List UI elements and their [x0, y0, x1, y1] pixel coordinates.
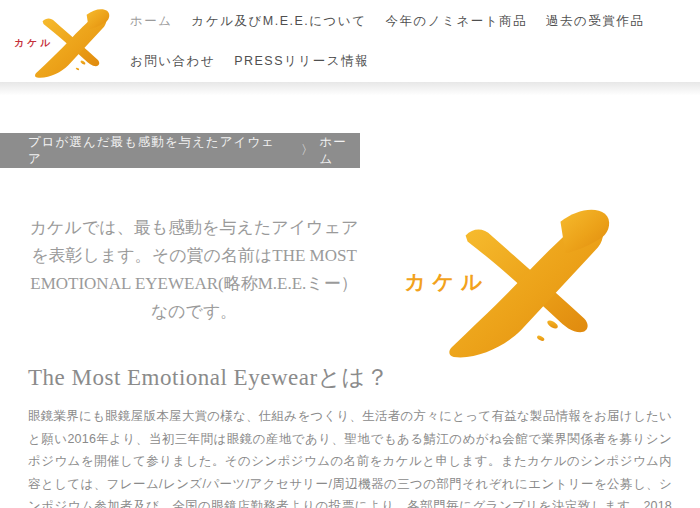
hero-section: カケルでは、最も感動を与えたアイウェアを表彰します。その賞の名前はTHE MOS… — [28, 192, 672, 354]
site-header: カケル ホーム カケル及びM.E.E.について 今年のノミネート商品 過去の受賞… — [0, 0, 700, 82]
nav-item-about-mee[interactable]: カケル及びM.E.E.について — [192, 14, 367, 28]
intro-text: カケルでは、最も感動を与えたアイウェアを表彰します。その賞の名前はTHE MOS… — [28, 214, 360, 354]
brand-brush-x-icon: カケル — [12, 1, 120, 79]
nav-item-nominees[interactable]: 今年のノミネート商品 — [385, 14, 526, 28]
section-heading: The Most Emotional Eyewearとは？ — [28, 362, 672, 393]
header-divider — [0, 82, 700, 95]
breadcrumb-page-title: プロが選んだ最も感動を与えたアイウェア — [28, 134, 285, 168]
main-nav: ホーム カケル及びM.E.E.について 今年のノミネート商品 過去の受賞作品 お… — [130, 14, 678, 68]
about-body-text: 眼鏡業界にも眼鏡屋版本屋大賞の様な、仕組みをつくり、生活者の方々にとって有益な製… — [28, 405, 672, 508]
logo-wordmark: カケル — [404, 270, 488, 293]
breadcrumb-separator-icon: 〉 — [301, 142, 315, 159]
hero-logo: カケル — [360, 192, 672, 354]
logo-wordmark: カケル — [14, 37, 53, 48]
main-content: カケルでは、最も感動を与えたアイウェアを表彰します。その賞の名前はTHE MOS… — [0, 192, 700, 508]
site-logo[interactable]: カケル — [12, 1, 120, 79]
nav-item-home[interactable]: ホーム — [130, 14, 173, 28]
nav-item-contact[interactable]: お問い合わせ — [130, 54, 215, 68]
breadcrumb: プロが選んだ最も感動を与えたアイウェア 〉 ホーム — [0, 133, 360, 168]
nav-item-past-awards[interactable]: 過去の受賞作品 — [546, 14, 644, 28]
brand-brush-x-icon: カケル — [402, 192, 630, 360]
nav-item-press-release[interactable]: PRESSリリース情報 — [234, 54, 369, 68]
breadcrumb-home-link[interactable]: ホーム — [319, 134, 360, 168]
